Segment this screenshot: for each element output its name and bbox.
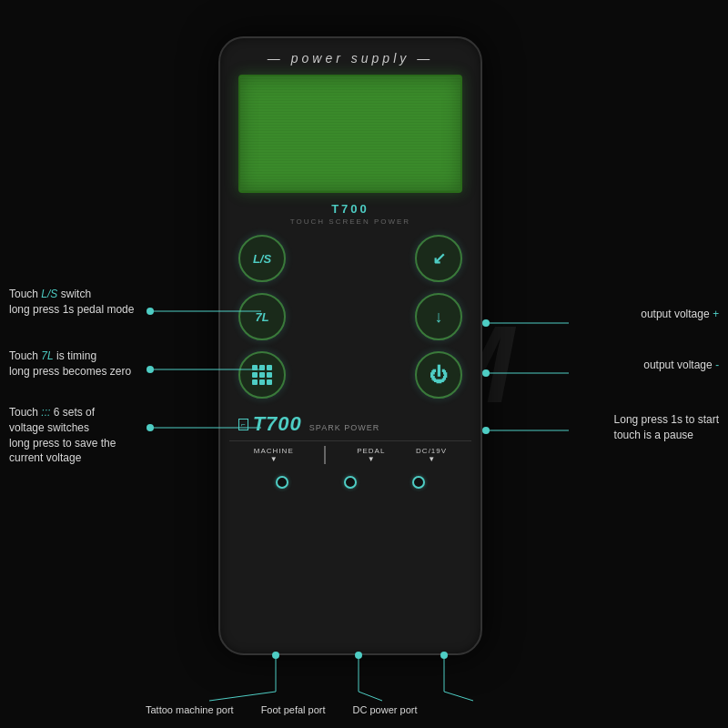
model-subtitle: TOUCH SCREEN POWER <box>220 217 480 226</box>
model-t700: T700 <box>220 202 480 216</box>
dc-port-label: DC/19V ▼ <box>416 447 447 463</box>
foot-port-annotation: Foot pefal port <box>261 703 326 717</box>
plus-sign: + <box>713 308 719 320</box>
timing-annotation: Touch 7L is timinglong press becomes zer… <box>9 349 131 379</box>
connectors-area <box>220 469 480 496</box>
svg-point-5 <box>147 424 154 431</box>
grid-dot <box>267 379 272 385</box>
spark-text: SPARK POWER <box>309 423 379 432</box>
pedal-port-label: PEDAL ▼ <box>357 447 385 463</box>
ls-highlight: L/S <box>41 288 57 300</box>
svg-point-1 <box>147 308 154 315</box>
bottom-annotations: Tattoo machine port Foot pefal port DC p… <box>146 703 417 717</box>
ls-button[interactable]: L/S <box>238 235 286 282</box>
svg-point-7 <box>482 319 490 327</box>
port-divider <box>324 446 326 464</box>
output-minus-text: output voltage - <box>643 358 719 373</box>
arrow-down-left-icon <box>432 248 446 268</box>
minus-sign: - <box>715 359 719 371</box>
grid-icon <box>252 365 272 385</box>
button-row-2: 7L <box>238 293 462 340</box>
pedal-connector <box>344 476 357 489</box>
output-plus-text: output voltage + <box>641 307 719 322</box>
grid-dot <box>267 365 272 370</box>
grid-dot <box>252 379 258 385</box>
svg-line-20 <box>444 692 473 701</box>
corner-bracket: ⌐ <box>238 419 248 430</box>
spark-label: ⌐ T700 SPARK POWER <box>220 408 480 440</box>
machine-port-annotation: Tattoo machine port <box>146 703 234 717</box>
output-minus-annotation: output voltage - <box>643 358 719 373</box>
power-icon <box>430 365 448 386</box>
power-button[interactable] <box>415 351 462 399</box>
device-body: power supply T700 TOUCH SCREEN POWER L/S… <box>218 36 482 655</box>
svg-line-18 <box>209 692 276 701</box>
grid-dot <box>252 372 258 378</box>
dc-connector <box>412 476 425 489</box>
grid-dot <box>259 379 265 385</box>
machine-port-label: MACHINE ▼ <box>254 447 294 463</box>
arrow-down-icon <box>435 308 443 327</box>
model-area: T700 TOUCH SCREEN POWER <box>220 202 480 226</box>
grid-highlight: ::: <box>41 406 50 419</box>
long-press-annotation: Long press 1s to starttouch is a pause <box>614 412 719 443</box>
grid-dot <box>267 372 272 378</box>
buttons-area: L/S 7L <box>220 226 480 408</box>
lcd-screen <box>238 75 462 193</box>
timing-annotation-text: Touch 7L is timinglong press becomes zer… <box>9 349 131 379</box>
svg-point-3 <box>147 366 154 373</box>
vol-minus-button[interactable] <box>415 293 462 340</box>
grid-annotation-text: Touch ::: 6 sets ofvoltage switcheslong … <box>9 405 116 466</box>
long-press-text: Long press 1s to starttouch is a pause <box>614 412 719 443</box>
power-supply-label: power supply <box>220 38 480 66</box>
machine-connector <box>276 476 288 489</box>
grid-button[interactable] <box>238 351 286 399</box>
ls-annotation: Touch L/S switchlong press 1s pedal mode <box>9 287 134 318</box>
output-plus-annotation: output voltage + <box>641 307 719 322</box>
vol-plus-button[interactable] <box>415 235 462 282</box>
timing-button[interactable]: 7L <box>238 293 286 340</box>
spark-t700: T700 <box>253 412 302 436</box>
timing-highlight: 7L <box>41 349 53 362</box>
ls-annotation-text: Touch L/S switchlong press 1s pedal mode <box>9 287 134 318</box>
svg-line-19 <box>359 692 382 701</box>
grid-dot <box>252 365 258 370</box>
grid-dot <box>259 372 265 378</box>
button-row-3 <box>238 351 462 399</box>
dc-port-annotation: DC power port <box>353 703 418 717</box>
svg-point-9 <box>482 369 490 377</box>
grid-annotation: Touch ::: 6 sets ofvoltage switcheslong … <box>9 405 116 466</box>
button-row-1: L/S <box>238 235 462 282</box>
svg-point-11 <box>482 427 490 434</box>
ports-label-area: MACHINE ▼ PEDAL ▼ DC/19V ▼ <box>229 440 471 469</box>
grid-dot <box>259 365 265 370</box>
